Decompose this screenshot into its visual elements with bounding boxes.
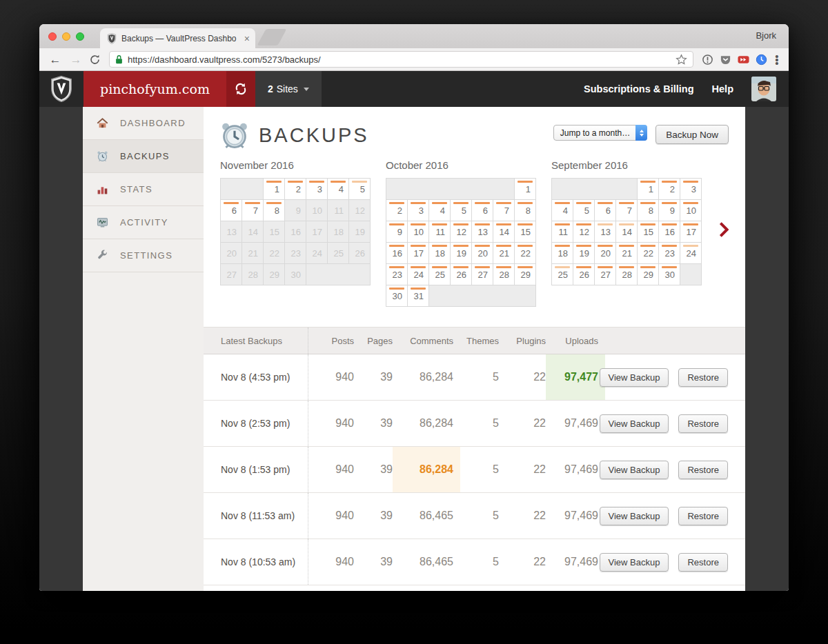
calendar-day[interactable]: 26 <box>451 264 471 285</box>
calendar-day[interactable]: 7 <box>493 200 514 221</box>
calendar-day[interactable]: 2 <box>386 200 407 221</box>
calendar-day[interactable]: 9 <box>659 200 680 221</box>
calendar-day[interactable]: 29 <box>638 264 658 285</box>
url-bar[interactable]: https://dashboard.vaultpress.com/5273/ba… <box>109 51 693 68</box>
calendar-day[interactable]: 25 <box>429 264 450 285</box>
help-link[interactable]: Help <box>712 83 733 94</box>
bookmark-star-icon[interactable] <box>676 54 687 66</box>
calendar-day[interactable]: 11 <box>429 221 450 242</box>
forward-icon[interactable]: → <box>68 54 83 66</box>
calendar-day[interactable]: 6 <box>595 200 615 221</box>
calendar-day[interactable]: 19 <box>451 243 471 263</box>
refresh-icon[interactable] <box>89 54 101 66</box>
zoom-window-icon[interactable] <box>76 32 84 41</box>
calendar-day[interactable]: 29 <box>515 264 535 285</box>
calendar-day[interactable]: 4 <box>552 200 573 221</box>
tab-close-icon[interactable]: × <box>244 34 250 43</box>
calendar-day[interactable]: 1 <box>264 179 284 199</box>
user-avatar[interactable] <box>751 77 776 101</box>
close-window-icon[interactable] <box>48 32 57 41</box>
menu-dots-icon[interactable]: ••• <box>773 54 780 65</box>
calendar-day[interactable]: 12 <box>573 221 594 242</box>
view-backup-button[interactable]: View Backup <box>600 414 669 433</box>
calendar-day[interactable]: 28 <box>493 264 514 285</box>
calendar-day[interactable]: 27 <box>595 264 615 285</box>
calendar-day[interactable]: 5 <box>451 200 471 221</box>
calendar-day[interactable]: 14 <box>493 221 514 242</box>
calendar-day[interactable]: 9 <box>386 221 407 242</box>
calendar-day[interactable]: 4 <box>328 179 348 199</box>
view-backup-button[interactable]: View Backup <box>600 368 669 387</box>
calendar-day[interactable]: 19 <box>573 243 594 263</box>
subscriptions-billing-link[interactable]: Subscriptions & Billing <box>584 83 694 94</box>
calendar-day[interactable]: 24 <box>680 243 701 263</box>
calendar-day[interactable]: 25 <box>552 264 573 285</box>
calendar-day[interactable]: 11 <box>552 221 573 242</box>
browser-tab[interactable]: Backups — VaultPress Dashbo × <box>100 28 255 48</box>
sidebar-item-stats[interactable]: STATS <box>83 173 204 206</box>
calendar-day[interactable]: 12 <box>451 221 471 242</box>
calendar-day[interactable]: 8 <box>638 200 658 221</box>
calendar-day[interactable]: 31 <box>408 285 428 306</box>
sidebar-item-backups[interactable]: BACKUPS <box>83 140 204 173</box>
calendar-day[interactable]: 20 <box>595 243 615 263</box>
sidebar-item-activity[interactable]: ACTIVITY <box>83 206 204 239</box>
calendar-day[interactable]: 18 <box>429 243 450 263</box>
calendar-day[interactable]: 16 <box>659 221 680 242</box>
extension-fastforward-icon[interactable] <box>738 54 749 66</box>
calendar-day[interactable]: 20 <box>472 243 493 263</box>
calendar-day[interactable]: 23 <box>659 243 680 263</box>
calendar-day[interactable]: 1 <box>638 179 658 199</box>
backup-now-button[interactable]: Backup Now <box>656 125 729 144</box>
restore-button[interactable]: Restore <box>678 507 728 525</box>
extension-info-icon[interactable] <box>702 54 713 66</box>
calendar-day[interactable]: 7 <box>242 200 263 221</box>
chrome-profile-name[interactable]: Bjork <box>756 30 776 41</box>
calendar-day[interactable]: 3 <box>680 179 701 199</box>
sidebar-item-settings[interactable]: SETTINGS <box>83 239 204 272</box>
view-backup-button[interactable]: View Backup <box>600 553 669 572</box>
calendar-day[interactable]: 27 <box>472 264 493 285</box>
calendar-day[interactable]: 2 <box>659 179 680 199</box>
sync-icon[interactable] <box>226 71 255 107</box>
restore-button[interactable]: Restore <box>678 461 728 479</box>
calendar-day[interactable]: 15 <box>515 221 535 242</box>
calendar-day[interactable]: 7 <box>616 200 637 221</box>
calendar-day[interactable]: 23 <box>386 264 407 285</box>
calendar-day[interactable]: 6 <box>472 200 493 221</box>
restore-button[interactable]: Restore <box>678 368 728 387</box>
chevron-right-icon[interactable] <box>719 221 729 238</box>
new-tab-button[interactable] <box>257 29 287 46</box>
calendar-day[interactable]: 13 <box>595 221 615 242</box>
view-backup-button[interactable]: View Backup <box>600 507 669 525</box>
sidebar-item-dashboard[interactable]: DASHBOARD <box>83 107 204 140</box>
calendar-day[interactable]: 15 <box>638 221 658 242</box>
calendar-day[interactable]: 2 <box>285 179 306 199</box>
calendar-day[interactable]: 30 <box>386 285 407 306</box>
calendar-day[interactable]: 22 <box>515 243 535 263</box>
calendar-day[interactable]: 4 <box>429 200 450 221</box>
calendar-day[interactable]: 16 <box>386 243 407 263</box>
vaultpress-shield-icon[interactable] <box>39 71 83 107</box>
calendar-day[interactable]: 24 <box>408 264 428 285</box>
jump-to-month-select[interactable]: Jump to a month… <box>553 125 647 141</box>
view-backup-button[interactable]: View Backup <box>600 461 669 479</box>
calendar-day[interactable]: 5 <box>349 179 370 199</box>
calendar-day[interactable]: 3 <box>306 179 327 199</box>
calendar-day[interactable]: 17 <box>680 221 701 242</box>
calendar-day[interactable]: 18 <box>552 243 573 263</box>
restore-button[interactable]: Restore <box>678 414 728 433</box>
minimize-window-icon[interactable] <box>62 32 70 41</box>
calendar-day[interactable]: 10 <box>408 221 428 242</box>
calendar-day[interactable]: 13 <box>472 221 493 242</box>
restore-button[interactable]: Restore <box>678 553 728 572</box>
calendar-day[interactable]: 10 <box>680 200 701 221</box>
calendar-day[interactable]: 8 <box>515 200 535 221</box>
back-icon[interactable]: ← <box>48 54 63 66</box>
calendar-day[interactable]: 3 <box>408 200 428 221</box>
extension-history-icon[interactable] <box>756 54 767 66</box>
calendar-day[interactable]: 28 <box>616 264 637 285</box>
calendar-day[interactable]: 6 <box>221 200 241 221</box>
calendar-day[interactable]: 8 <box>264 200 284 221</box>
calendar-day[interactable]: 26 <box>573 264 594 285</box>
